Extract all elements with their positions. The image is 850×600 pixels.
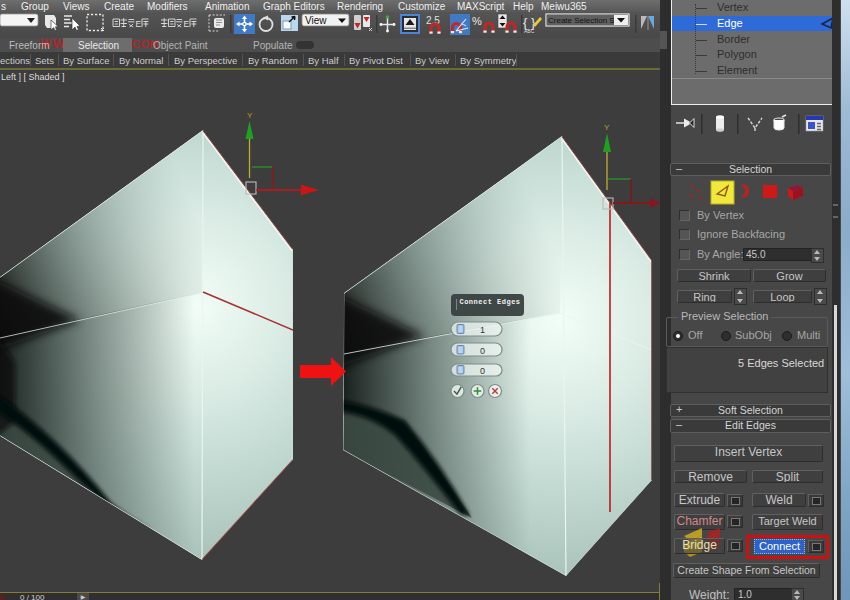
svg-text:0: 0: [480, 366, 485, 376]
svg-text:1: 1: [480, 325, 485, 335]
svg-text:View: View: [305, 15, 327, 26]
svg-text:E: E: [136, 19, 142, 29]
svg-text:E: E: [184, 19, 190, 29]
svg-text:Connect Edges: Connect Edges: [459, 298, 520, 306]
svg-text:Y: Y: [247, 111, 253, 120]
svg-text:0: 0: [480, 346, 485, 356]
svg-text:Y: Y: [604, 123, 610, 132]
svg-text:Create Selection Se: Create Selection Se: [548, 16, 620, 25]
svg-text:%: %: [472, 15, 482, 27]
svg-text:ABC: ABC: [524, 28, 535, 34]
